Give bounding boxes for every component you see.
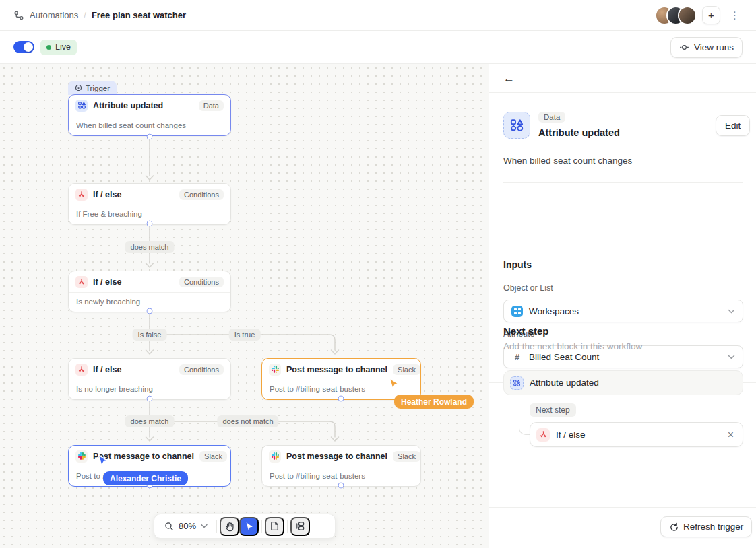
node-type-badge: Conditions [179, 189, 224, 200]
collaborator-cursor-heather: Heather Rowland [387, 377, 401, 393]
block-description: When billed seat count changes [503, 156, 632, 166]
block-type-badge: Data [538, 112, 565, 123]
refresh-trigger-button[interactable]: Refresh trigger [660, 516, 752, 537]
node-trigger-attribute-updated[interactable]: Attribute updated Data When billed seat … [68, 94, 231, 136]
toolbar-divider [287, 520, 288, 533]
connection-handle[interactable] [147, 308, 153, 314]
refresh-icon [669, 522, 679, 532]
edge-label-does-match: does match [125, 415, 175, 427]
cursor-name-label: Alexander Christie [103, 471, 188, 485]
breadcrumb-separator: / [84, 10, 86, 20]
cursor-arrow-icon [96, 454, 110, 467]
zoom-dropdown[interactable]: 80% [158, 517, 214, 536]
toolbar-divider [261, 520, 262, 533]
edge-label-is-false: Is false [133, 329, 167, 341]
node-type-badge: Slack [199, 451, 227, 462]
divider [503, 182, 743, 183]
status-bar: Live View runs [0, 31, 756, 64]
node-slack-post-does-not-match[interactable]: Post message to channel Slack Post to #b… [261, 445, 421, 487]
node-type-badge: Slack [393, 364, 420, 375]
slack-icon [269, 450, 281, 463]
live-label: Live [55, 42, 71, 52]
chevron-down-icon [728, 309, 735, 314]
remove-step-icon[interactable]: × [725, 429, 736, 441]
node-ifelse-no-longer-breaching[interactable]: If / else Conditions Is no longer breach… [68, 358, 231, 400]
pan-tool-button[interactable] [220, 517, 239, 536]
object-select[interactable]: Workspaces [503, 300, 743, 322]
workspaces-icon [511, 306, 523, 317]
toggle-knob [24, 42, 33, 52]
panel-topbar: ← [489, 64, 756, 93]
live-toggle[interactable] [13, 41, 34, 53]
edge-label-does-not-match: does not match [217, 415, 278, 427]
edge-label-is-true: Is true [229, 329, 261, 341]
cursor-arrow-icon [387, 377, 401, 390]
node-ifelse-newly-breaching[interactable]: If / else Conditions Is newly breaching [68, 271, 231, 312]
live-status-badge: Live [40, 40, 77, 55]
blocks-icon [295, 521, 305, 531]
slack-icon [269, 364, 281, 376]
invite-button[interactable]: + [702, 6, 720, 24]
node-title: Post message to channel [286, 452, 387, 461]
page-title: Free plan seat watcher [92, 10, 186, 20]
select-tool-button[interactable] [239, 517, 259, 536]
back-icon[interactable]: ← [503, 73, 515, 84]
breadcrumb: Automations / Free plan seat watcher [13, 10, 186, 21]
avatar[interactable] [679, 7, 695, 24]
attribute-icon [75, 100, 88, 112]
connection-handle[interactable] [147, 221, 153, 227]
automations-icon [13, 10, 24, 21]
branch-icon [75, 276, 88, 288]
inputs-heading: Inputs [503, 259, 532, 270]
connection-handle[interactable] [338, 483, 344, 489]
workflow-canvas[interactable]: Trigger Attribute updated Data When bill… [0, 64, 489, 548]
live-dot-icon [46, 45, 51, 50]
nesting-connector [519, 395, 530, 435]
target-icon [75, 84, 82, 92]
runs-icon [679, 42, 689, 53]
zoom-level: 80% [179, 521, 196, 531]
next-step-pill: Next step [530, 403, 576, 417]
attribute-icon [510, 376, 524, 390]
hand-icon [224, 521, 235, 532]
collaborator-cursor-alexander: Alexander Christie [96, 454, 110, 470]
chevron-down-icon [201, 524, 208, 528]
next-step-subtitle: Add the next block in this workflow [503, 341, 642, 351]
node-description: When billed seat count changes [69, 116, 230, 135]
node-type-badge: Conditions [179, 364, 224, 375]
node-title: Post message to channel [286, 365, 387, 374]
divider [489, 507, 756, 508]
attribute-select-value: Billed Seat Count [529, 352, 599, 362]
automation-builder-app: Automations / Free plan seat watcher + ⋮… [0, 0, 756, 548]
top-header: Automations / Free plan seat watcher + ⋮ [0, 0, 756, 31]
toolbar-divider [216, 520, 217, 533]
parent-block-label: Attribute updated [530, 378, 599, 388]
child-block-item[interactable]: If / else × [530, 422, 743, 447]
next-step-heading: Next step [503, 325, 549, 337]
breadcrumb-section[interactable]: Automations [30, 10, 78, 20]
node-ifelse-free-breaching[interactable]: If / else Conditions If Free & breaching [68, 183, 231, 225]
connection-handle[interactable] [338, 396, 344, 402]
node-title: If / else [93, 277, 121, 287]
cursor-tool-icon [245, 522, 254, 531]
view-runs-button[interactable]: View runs [670, 37, 743, 58]
cursor-name-label: Heather Rowland [394, 395, 474, 409]
edit-button[interactable]: Edit [716, 115, 750, 136]
attribute-icon-large [503, 112, 530, 139]
child-block-label: If / else [556, 430, 586, 440]
node-type-badge: Slack [393, 451, 420, 462]
connection-handle[interactable] [147, 396, 153, 402]
object-select-value: Workspaces [529, 306, 579, 316]
chevron-down-icon [728, 355, 735, 359]
parent-block-item[interactable]: Attribute updated [503, 370, 743, 395]
branch-icon [75, 189, 88, 201]
blocks-tool-button[interactable] [290, 517, 310, 536]
notes-tool-button[interactable] [265, 517, 284, 536]
canvas-toolbar: 80% [154, 514, 336, 539]
magnifier-icon [164, 522, 174, 531]
branch-icon [75, 364, 88, 376]
connection-handle[interactable] [147, 134, 153, 140]
node-title: Attribute updated [93, 101, 163, 110]
object-or-list-label: Object or List [503, 283, 553, 293]
kebab-menu-icon[interactable]: ⋮ [727, 9, 743, 22]
